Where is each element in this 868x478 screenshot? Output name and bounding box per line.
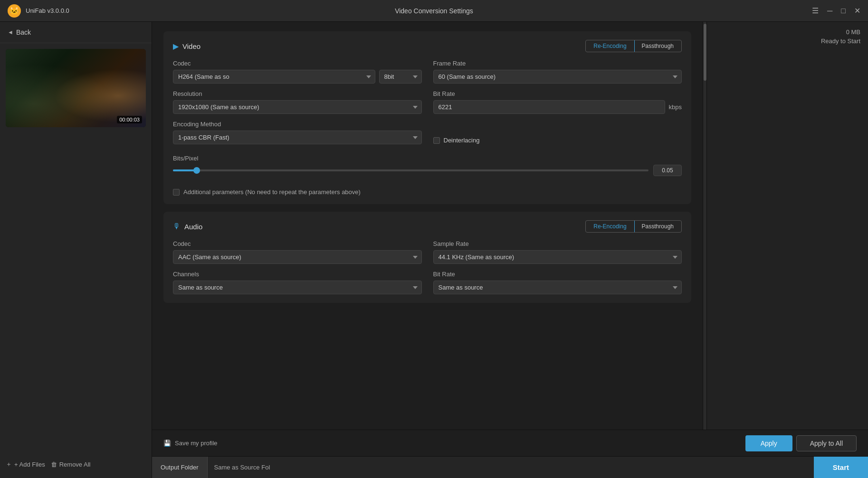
audio-reencoding-btn[interactable]: Re-Encoding bbox=[585, 220, 634, 233]
output-folder-button[interactable]: Output Folder bbox=[152, 457, 208, 478]
add-files-button[interactable]: ＋ + Add Files bbox=[6, 460, 45, 469]
close-icon[interactable]: ✕ bbox=[854, 6, 860, 15]
app-title: UniFab v3.0.0.0 bbox=[26, 7, 69, 14]
codec-select[interactable]: H264 (Same as so H265 AV1 bbox=[173, 70, 375, 84]
sample-rate-group: Sample Rate 44.1 KHz (Same as source) 48… bbox=[433, 240, 682, 264]
minimize-icon[interactable]: ─ bbox=[827, 7, 832, 15]
settings-panel: ▶ Video Re-Encoding Passthrough Codec bbox=[152, 22, 703, 430]
bitrate-unit: kbps bbox=[669, 103, 682, 111]
title-bar-controls: ☰ ─ □ ✕ bbox=[812, 6, 860, 15]
slider-thumb[interactable] bbox=[193, 167, 200, 174]
sidebar: ◄ Back 00:00:03 ＋ + Add Files 🗑 Remove A… bbox=[0, 22, 152, 478]
maximize-icon[interactable]: □ bbox=[841, 7, 846, 15]
bitdepth-select[interactable]: 8bit 10bit bbox=[379, 70, 422, 84]
back-label: Back bbox=[16, 28, 31, 36]
output-path: Same as Source Fol bbox=[208, 464, 277, 471]
save-profile-label: Save my profile bbox=[175, 440, 218, 447]
audio-form-grid: Codec AAC (Same as source) AC3 DTS FLAC … bbox=[173, 240, 682, 294]
video-reencoding-btn[interactable]: Re-Encoding bbox=[585, 40, 634, 52]
bits-pixel-input[interactable] bbox=[653, 165, 682, 176]
status-text: Ready to Start bbox=[821, 37, 860, 45]
audio-bitrate-label: Bit Rate bbox=[433, 271, 682, 278]
app-icon: 🐱 bbox=[8, 4, 21, 18]
audio-codec-select[interactable]: AAC (Same as source) AC3 DTS FLAC bbox=[173, 250, 422, 264]
add-files-icon: ＋ bbox=[6, 460, 12, 469]
audio-codec-label: Codec bbox=[173, 240, 422, 247]
sidebar-bottom: ＋ + Add Files 🗑 Remove All bbox=[0, 133, 152, 478]
file-size: 0 MB bbox=[846, 28, 860, 36]
sidebar-actions: ＋ + Add Files 🗑 Remove All bbox=[6, 456, 146, 472]
bitrate-row: kbps bbox=[433, 100, 682, 114]
title-bar: 🐱 UniFab v3.0.0.0 Video Conversion Setti… bbox=[0, 0, 868, 22]
video-passthrough-btn[interactable]: Passthrough bbox=[634, 40, 681, 52]
audio-section-title: Audio bbox=[184, 223, 202, 231]
bitrate-input[interactable] bbox=[433, 100, 665, 114]
back-arrow-icon: ◄ bbox=[8, 29, 13, 36]
encoding-method-select[interactable]: 1-pass CBR (Fast) 2-pass CBR CRF bbox=[173, 131, 422, 144]
codec-label: Codec bbox=[173, 60, 422, 67]
video-timestamp: 00:00:03 bbox=[117, 116, 142, 123]
video-form-grid: Codec H264 (Same as so H265 AV1 8bit 10b… bbox=[173, 60, 682, 196]
codec-group: Codec H264 (Same as so H265 AV1 8bit 10b… bbox=[173, 60, 422, 84]
bits-pixel-group: Bits/Pixel bbox=[173, 155, 682, 176]
title-bar-left: 🐱 UniFab v3.0.0.0 bbox=[8, 4, 69, 18]
menu-icon[interactable]: ☰ bbox=[812, 6, 819, 15]
save-profile-btn[interactable]: 💾 Save my profile bbox=[163, 440, 218, 447]
encoding-method-label: Encoding Method bbox=[173, 121, 422, 128]
framerate-group: Frame Rate 60 (Same as source) 23.976 24… bbox=[433, 60, 682, 84]
audio-section-header: 🎙 Audio Re-Encoding Passthrough bbox=[173, 220, 682, 233]
video-icon: ▶ bbox=[173, 42, 179, 51]
resolution-select[interactable]: 1920x1080 (Same as source) 3840x2160 128… bbox=[173, 100, 422, 114]
audio-mode-buttons: Re-Encoding Passthrough bbox=[585, 220, 682, 233]
audio-section: 🎙 Audio Re-Encoding Passthrough Codec bbox=[163, 212, 691, 303]
save-icon: 💾 bbox=[163, 440, 171, 447]
video-section-header: ▶ Video Re-Encoding Passthrough bbox=[173, 40, 682, 52]
sample-rate-select[interactable]: 44.1 KHz (Same as source) 48 KHz 96 KHz bbox=[433, 250, 682, 264]
channels-label: Channels bbox=[173, 271, 422, 278]
video-section: ▶ Video Re-Encoding Passthrough Codec bbox=[163, 31, 691, 204]
slider-row bbox=[173, 165, 682, 176]
deinterlacing-group-wrap: Deinterlacing bbox=[433, 121, 682, 144]
slider-track bbox=[173, 169, 649, 171]
audio-bitrate-select[interactable]: Same as source 128 kbps 192 kbps 256 kbp… bbox=[433, 281, 682, 294]
remove-all-button[interactable]: 🗑 Remove All bbox=[51, 460, 91, 469]
codec-row: H264 (Same as so H265 AV1 8bit 10bit bbox=[173, 70, 422, 84]
back-button[interactable]: ◄ Back bbox=[0, 22, 152, 43]
trash-icon: 🗑 bbox=[51, 461, 57, 468]
scroll-thumb[interactable] bbox=[704, 24, 706, 81]
sample-rate-label: Sample Rate bbox=[433, 240, 682, 247]
scrollbar[interactable] bbox=[703, 22, 706, 430]
bitrate-group: Bit Rate kbps bbox=[433, 90, 682, 114]
resolution-group: Resolution 1920x1080 (Same as source) 38… bbox=[173, 90, 422, 114]
deinterlacing-checkbox[interactable] bbox=[433, 137, 440, 144]
bitrate-label: Bit Rate bbox=[433, 90, 682, 97]
video-mode-buttons: Re-Encoding Passthrough bbox=[585, 40, 682, 52]
channels-select[interactable]: Same as source Stereo 5.1 bbox=[173, 281, 422, 294]
additional-params-checkbox[interactable] bbox=[173, 189, 180, 196]
video-section-title: Video bbox=[182, 42, 200, 50]
apply-all-button[interactable]: Apply to All bbox=[796, 435, 857, 451]
bottom-actions: Apply Apply to All bbox=[745, 435, 857, 451]
framerate-select[interactable]: 60 (Same as source) 23.976 24 25 30 bbox=[433, 70, 682, 84]
video-preview: 00:00:03 bbox=[6, 49, 146, 127]
right-panel: 0 MB Ready to Start bbox=[706, 22, 868, 430]
channels-group: Channels Same as source Stereo 5.1 bbox=[173, 271, 422, 294]
additional-params-group: Additional parameters (No need to repeat… bbox=[173, 188, 682, 196]
bits-pixel-label: Bits/Pixel bbox=[173, 155, 682, 162]
audio-passthrough-btn[interactable]: Passthrough bbox=[634, 221, 681, 232]
audio-title-group: 🎙 Audio bbox=[173, 222, 202, 231]
deinterlacing-label: Deinterlacing bbox=[444, 137, 480, 144]
main-layout: ◄ Back 00:00:03 ＋ + Add Files 🗑 Remove A… bbox=[0, 22, 868, 478]
resolution-label: Resolution bbox=[173, 90, 422, 97]
deinterlacing-group: Deinterlacing bbox=[433, 137, 682, 144]
remove-all-label: Remove All bbox=[59, 461, 91, 468]
additional-params-label: Additional parameters (No need to repeat… bbox=[183, 188, 361, 196]
video-title-group: ▶ Video bbox=[173, 42, 200, 51]
start-button[interactable]: Start bbox=[814, 457, 868, 478]
dialog-title: Video Conversion Settings bbox=[395, 7, 473, 15]
output-footer: Output Folder Same as Source Fol Start bbox=[152, 456, 868, 478]
apply-button[interactable]: Apply bbox=[745, 435, 792, 451]
audio-codec-group: Codec AAC (Same as source) AC3 DTS FLAC bbox=[173, 240, 422, 264]
add-files-label: + Add Files bbox=[14, 461, 45, 468]
audio-bitrate-group: Bit Rate Same as source 128 kbps 192 kbp… bbox=[433, 271, 682, 294]
